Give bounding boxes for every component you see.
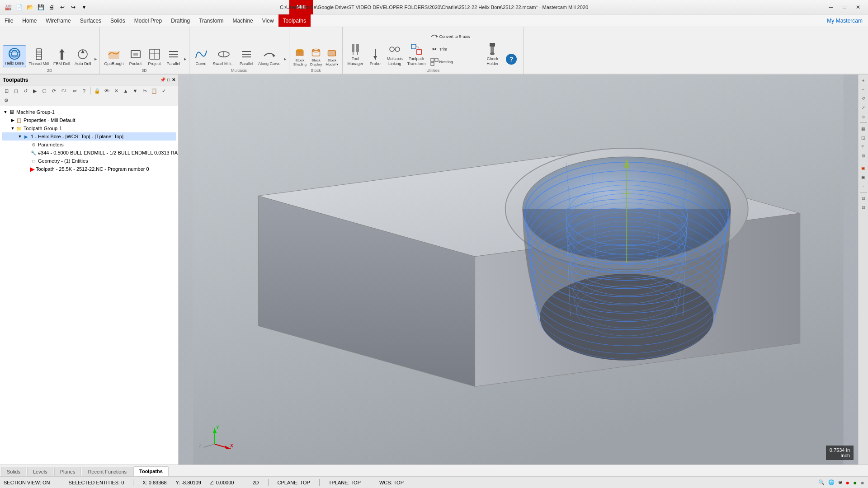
menu-solids[interactable]: Solids <box>106 14 130 27</box>
zoom-icon[interactable]: 🔍 <box>818 479 825 485</box>
parallel-button[interactable]: Parallel <box>165 46 183 67</box>
tree-toolpath-group[interactable]: ▼ 📁 Toolpath Group-1 <box>2 124 176 132</box>
menu-toolpaths[interactable]: Toolpaths <box>278 14 311 27</box>
auto-drill-button[interactable]: Auto Drill <box>73 46 93 67</box>
edit-btn[interactable]: ✏ <box>70 86 79 95</box>
menu-file[interactable]: File <box>0 14 18 27</box>
select-none-btn[interactable]: ◻ <box>11 86 20 95</box>
menu-surfaces[interactable]: Surfaces <box>75 14 106 27</box>
fbm-drill-button[interactable]: FBM Drill <box>52 46 72 67</box>
panel-pin-button[interactable]: 📌 <box>160 77 165 82</box>
minimize-button[interactable]: ─ <box>825 1 837 14</box>
g1-btn[interactable]: G1 <box>59 86 70 95</box>
lock-btn[interactable]: 🔒 <box>93 86 102 95</box>
qa-dropdown[interactable]: ▾ <box>80 3 89 12</box>
pocket-button[interactable]: Pocket <box>127 46 145 67</box>
expand-helix-bore[interactable]: ▼ <box>17 134 23 139</box>
my-mastercam-link[interactable]: My Mastercam <box>821 16 868 26</box>
along-curve-button[interactable]: Along Curve <box>256 46 283 67</box>
tree-machine-group[interactable]: ▼ 🖥 Machine Group-1 <box>2 108 176 116</box>
rt-shade3[interactable]: ▫ <box>859 182 868 190</box>
rt-more1[interactable]: ⊡ <box>859 194 868 202</box>
curve-button[interactable]: Curve <box>192 46 210 67</box>
qa-undo[interactable]: ↩ <box>58 3 67 12</box>
paste-btn[interactable]: 📋 <box>150 86 159 95</box>
rt-zoom-out[interactable]: − <box>859 85 868 94</box>
up-btn[interactable]: ▲ <box>121 86 130 95</box>
maximize-button[interactable]: □ <box>838 1 851 14</box>
helix-bore-button[interactable]: Helix Bore <box>3 45 26 67</box>
tree-helix-bore-op[interactable]: ▼ ▶ 1 - Helix Bore - [WCS: Top] - [Tplan… <box>2 132 176 141</box>
tree-toolpath-nc[interactable]: ▶ ▶ Toolpath - 25.5K - 2512-22.NC - Prog… <box>2 165 176 173</box>
probe-button[interactable]: Probe <box>366 46 384 67</box>
panel-close-button[interactable]: ✕ <box>172 77 175 82</box>
multiaxis-linking-button[interactable]: MultiaxisLinking <box>385 41 405 67</box>
rt-center[interactable]: ◎ <box>859 113 868 121</box>
optirough-button[interactable]: OptiRough <box>103 46 126 67</box>
nesting-button[interactable]: Nesting <box>428 56 482 67</box>
menu-drafting[interactable]: Drafting <box>166 14 194 27</box>
help2-btn[interactable]: ? <box>80 86 89 95</box>
tree-geometry[interactable]: ▶ ◻ Geometry - (1) Entities <box>2 157 176 165</box>
help-button[interactable]: ? <box>502 51 520 67</box>
rt-view2[interactable]: ◱ <box>859 134 868 142</box>
trim-button[interactable]: ✂ Trim <box>428 44 482 55</box>
rt-more2[interactable]: ⊡ <box>859 203 868 211</box>
tab-toolpaths[interactable]: Toolpaths <box>133 466 169 476</box>
rt-shade2[interactable]: ▣ <box>859 173 868 181</box>
2d-expand-arrow[interactable]: ▶ <box>94 57 97 61</box>
stock-model-button[interactable]: StockModel ▾ <box>324 47 340 67</box>
check-btn[interactable]: ✓ <box>159 86 168 95</box>
project-button[interactable]: Project <box>146 46 164 67</box>
parallel-ma-button[interactable]: Parallel <box>237 46 255 67</box>
verify-btn[interactable]: ⬡ <box>40 86 49 95</box>
close-button[interactable]: ✕ <box>852 1 864 14</box>
rt-fit[interactable]: ⤢ <box>859 103 868 112</box>
rt-shade1[interactable]: ▣ <box>859 164 868 172</box>
crosshair-icon[interactable]: ⊕ <box>838 479 842 485</box>
qa-print[interactable]: 🖨 <box>47 3 56 12</box>
stock-display-button[interactable]: StockDisplay <box>309 47 323 67</box>
3d-expand-arrow[interactable]: ▶ <box>184 57 186 61</box>
menu-machine[interactable]: Machine <box>228 14 257 27</box>
qa-open[interactable]: 📂 <box>25 3 34 12</box>
qa-save[interactable]: 💾 <box>36 3 45 12</box>
tool-manager-button[interactable]: ToolManager <box>345 41 365 67</box>
check-holder-button[interactable]: CheckHolder <box>483 41 501 67</box>
qa-new[interactable]: 📄 <box>14 3 24 12</box>
backplot-btn[interactable]: ⟳ <box>49 86 58 95</box>
eye-btn[interactable]: 👁 <box>102 86 111 95</box>
rt-view3[interactable]: 〒 <box>859 143 868 151</box>
tab-solids[interactable]: Solids <box>1 467 26 476</box>
qa-redo[interactable]: ↪ <box>69 3 78 12</box>
stock-shading-button[interactable]: StockShading <box>292 47 308 67</box>
expand-toolpath-group[interactable]: ▼ <box>10 126 15 131</box>
tab-planes[interactable]: Planes <box>54 467 81 476</box>
expand-properties[interactable]: ▶ <box>10 117 15 123</box>
expand-machine-group[interactable]: ▼ <box>3 109 8 115</box>
menu-view[interactable]: View <box>258 14 278 27</box>
world-icon[interactable]: 🌐 <box>828 479 835 485</box>
multiaxis-expand-arrow[interactable]: ▶ <box>284 57 286 61</box>
down-btn[interactable]: ▼ <box>131 86 140 95</box>
rt-zoom-in[interactable]: + <box>859 76 868 84</box>
tab-recent-functions[interactable]: Recent Functions <box>82 467 132 476</box>
sim-btn[interactable]: ▶ <box>30 86 39 95</box>
viewport[interactable]: Annotation ▾ ● ○ ⊙ | ↗ ⊙ ⊞ ‖ ≡ ⊕ ⊗ <box>179 75 858 465</box>
menu-wireframe[interactable]: Wireframe <box>41 14 75 27</box>
toolpath-transform-button[interactable]: ToolpathTransform <box>406 41 428 67</box>
regen-btn[interactable]: ↺ <box>21 86 30 95</box>
select-all-btn[interactable]: ⊡ <box>2 86 11 95</box>
menu-home[interactable]: Home <box>18 14 41 27</box>
tree-parameters[interactable]: ▶ ⚙ Parameters <box>2 141 176 149</box>
rt-view1[interactable]: ▦ <box>859 125 868 133</box>
rt-view4[interactable]: ⊞ <box>859 152 868 160</box>
panel-float-button[interactable]: □ <box>167 77 170 82</box>
convert-5axis-button[interactable]: Convert to 5-axis <box>428 31 482 42</box>
tab-levels[interactable]: Levels <box>27 467 53 476</box>
swarf-button[interactable]: Swarf Milli... <box>211 46 237 67</box>
settings-btn[interactable]: ⚙ <box>2 96 11 105</box>
thread-mill-button[interactable]: Thread Mill <box>27 46 51 67</box>
rt-rotate[interactable]: ↺ <box>859 94 868 103</box>
tree-tool[interactable]: ▶ 🔧 #344 - 0.5000 BULL ENDMILL - 1/2 BUL… <box>2 149 176 157</box>
